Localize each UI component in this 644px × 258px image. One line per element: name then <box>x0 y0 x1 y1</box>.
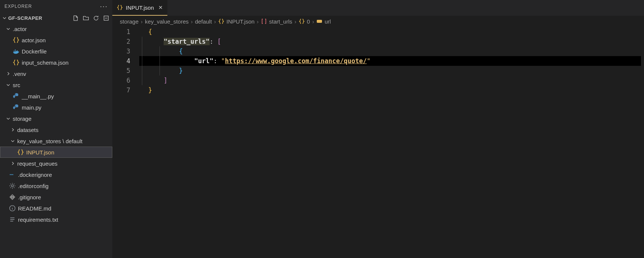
code-content[interactable]: { "start_urls": [ { "url": "https://www.… <box>139 27 644 258</box>
gear-icon <box>9 182 16 189</box>
file-input-json[interactable]: INPUT.json <box>0 147 112 158</box>
docker-icon <box>9 171 16 178</box>
crumb-storage[interactable]: storage <box>120 18 139 25</box>
json-key: "url" <box>194 57 213 65</box>
array-icon <box>261 18 267 24</box>
svg-rect-1 <box>13 51 14 52</box>
file-label: requirements.txt <box>18 216 58 223</box>
chevron-right-icon <box>10 128 15 132</box>
file-readme[interactable]: README.md <box>0 203 112 214</box>
code-line[interactable]: } <box>148 66 644 76</box>
line-gutter: 1 2 3 4 5 6 7 <box>112 27 139 258</box>
url-value: https://www.google.com/finance/quote/ <box>225 57 367 65</box>
code-editor[interactable]: 1 2 3 4 5 6 7 { "start_urls": [ { "url <box>112 27 644 258</box>
file-label: Dockerfile <box>22 48 47 55</box>
line-number: 5 <box>112 66 130 76</box>
file-requirements[interactable]: requirements.txt <box>0 214 112 225</box>
folder-label: .actor <box>13 26 27 32</box>
chevron-down-icon <box>6 116 10 121</box>
folder-label: datasets <box>17 127 39 133</box>
chevron-down-icon <box>2 16 7 20</box>
folder-datasets[interactable]: datasets <box>0 124 112 135</box>
folder-request-queues[interactable]: request_queues <box>0 158 112 169</box>
json-icon <box>218 18 224 24</box>
svg-rect-10 <box>317 20 322 23</box>
file-main[interactable]: main.py <box>0 102 112 113</box>
folder-storage[interactable]: storage <box>0 113 112 124</box>
text-icon <box>9 216 16 223</box>
json-icon <box>17 149 24 156</box>
file-editorconfig[interactable]: .editorconfig <box>0 180 112 191</box>
tab-input-json[interactable]: INPUT.json ✕ <box>112 0 167 16</box>
folder-label: .venv <box>13 71 26 77</box>
folder-actor[interactable]: .actor <box>0 23 112 34</box>
explorer-sidebar: EXPLORER ··· GF-SCRAPER .actor actor.jso… <box>0 0 112 258</box>
line-number: 4 <box>112 56 130 66</box>
chevron-right-icon: › <box>141 18 143 25</box>
code-line[interactable]: { <box>148 46 644 56</box>
folder-label: key_value_stores \ default <box>17 138 82 144</box>
file-main-dunder[interactable]: __main__.py <box>0 90 112 102</box>
file-dockerfile[interactable]: Dockerfile <box>0 46 112 57</box>
line-number: 1 <box>112 27 130 37</box>
file-dockerignore[interactable]: .dockerignore <box>0 169 112 180</box>
editor-area: INPUT.json ✕ storage › key_value_stores … <box>112 0 644 258</box>
line-number: 3 <box>112 46 130 56</box>
file-label: README.md <box>18 205 51 212</box>
crumb-url[interactable]: url <box>316 18 331 25</box>
python-icon <box>13 104 19 111</box>
info-icon <box>9 205 16 212</box>
folder-venv[interactable]: .venv <box>0 68 112 79</box>
file-actor-json[interactable]: actor.json <box>0 34 112 46</box>
file-tree: .actor actor.json Dockerfile input_schem… <box>0 23 112 258</box>
chevron-down-icon <box>6 83 10 87</box>
chevron-right-icon: › <box>191 18 193 25</box>
crumb-index[interactable]: 0 <box>299 18 310 25</box>
file-label: INPUT.json <box>26 149 54 156</box>
file-label: input_schema.json <box>22 59 69 66</box>
code-line[interactable]: } <box>148 85 644 95</box>
new-folder-icon[interactable] <box>83 15 89 21</box>
line-number: 7 <box>112 85 130 95</box>
code-line[interactable]: { <box>148 27 644 37</box>
collapse-icon[interactable] <box>103 15 109 21</box>
chevron-right-icon: › <box>312 18 314 25</box>
folder-src[interactable]: src <box>0 79 112 90</box>
folder-kv-stores[interactable]: key_value_stores \ default <box>0 135 112 147</box>
svg-rect-7 <box>12 174 13 175</box>
file-label: .dockerignore <box>18 172 52 178</box>
json-icon <box>13 59 19 66</box>
crumb-start-urls[interactable]: start_urls <box>261 18 292 25</box>
folder-label: request_queues <box>17 160 58 167</box>
svg-point-8 <box>11 185 13 187</box>
tab-bar: INPUT.json ✕ <box>112 0 644 16</box>
python-icon <box>13 93 19 99</box>
crumb-default[interactable]: default <box>195 18 212 25</box>
file-gitignore[interactable]: .gitignore <box>0 191 112 203</box>
object-icon <box>299 18 305 24</box>
tab-label: INPUT.json <box>126 4 154 11</box>
json-icon <box>13 37 19 43</box>
code-line[interactable]: ] <box>148 76 644 85</box>
project-header[interactable]: GF-SCRAPER <box>0 13 112 23</box>
file-input-schema[interactable]: input_schema.json <box>0 57 112 68</box>
folder-label: src <box>13 82 20 88</box>
file-label: main.py <box>22 104 42 111</box>
svg-rect-2 <box>15 51 16 52</box>
string-icon <box>316 18 322 24</box>
svg-rect-6 <box>11 174 12 175</box>
folder-label: storage <box>13 116 31 122</box>
git-icon <box>9 194 16 200</box>
file-label: .gitignore <box>18 194 41 200</box>
crumb-kvs[interactable]: key_value_stores <box>145 18 189 25</box>
new-file-icon[interactable] <box>73 15 79 21</box>
code-line[interactable]: "start_urls": [ <box>148 37 644 46</box>
refresh-icon[interactable] <box>93 15 99 21</box>
file-label: actor.json <box>22 37 46 43</box>
crumb-file[interactable]: INPUT.json <box>218 18 255 25</box>
breadcrumb[interactable]: storage › key_value_stores › default › I… <box>112 16 644 27</box>
explorer-more-icon[interactable]: ··· <box>100 3 108 10</box>
explorer-title: EXPLORER <box>4 4 32 9</box>
close-icon[interactable]: ✕ <box>157 4 163 10</box>
code-line-current[interactable]: "url": "https://www.google.com/finance/q… <box>139 56 641 66</box>
